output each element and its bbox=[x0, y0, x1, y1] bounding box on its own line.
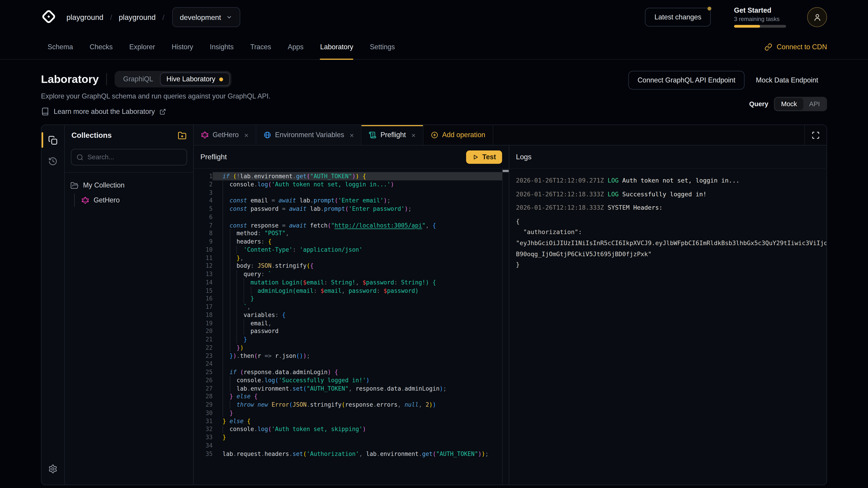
log-level: SYSTEM bbox=[608, 204, 633, 212]
breadcrumb-org[interactable]: playground bbox=[66, 13, 103, 22]
line-content: variables: { bbox=[213, 311, 502, 319]
connect-endpoint-button[interactable]: Connect GraphQL API Endpoint bbox=[628, 71, 745, 90]
history-icon bbox=[48, 156, 58, 166]
line-number: 35 bbox=[194, 450, 213, 458]
latest-changes-button[interactable]: Latest changes bbox=[645, 8, 711, 26]
preflight-pane-title: Preflight bbox=[200, 153, 227, 161]
tab-label: GetHero bbox=[213, 131, 239, 139]
indent-guide bbox=[222, 205, 223, 213]
fullscreen-icon bbox=[811, 131, 820, 139]
line-content: `, bbox=[213, 303, 502, 311]
tab-preflight[interactable]: Preflight× bbox=[362, 125, 423, 145]
line-number: 24 bbox=[194, 360, 213, 368]
connect-cdn-link[interactable]: Connect to CDN bbox=[765, 34, 827, 59]
code-line: 16 } bbox=[194, 294, 508, 302]
fullscreen-button[interactable] bbox=[804, 125, 827, 145]
hive-logo-icon[interactable] bbox=[41, 9, 57, 25]
query-mode-api[interactable]: API bbox=[803, 98, 826, 110]
line-number: 18 bbox=[194, 311, 213, 319]
indent-guide bbox=[229, 254, 230, 262]
indent-guide bbox=[222, 213, 223, 221]
nav-item-explorer[interactable]: Explorer bbox=[129, 34, 155, 59]
code-line: 6 bbox=[194, 213, 508, 221]
target-selector[interactable]: development bbox=[172, 7, 240, 27]
add-operation-button[interactable]: Add operation bbox=[423, 125, 493, 145]
line-content: body: JSON.stringify({ bbox=[213, 262, 502, 270]
test-button[interactable]: Test bbox=[466, 150, 502, 164]
nav-item-laboratory[interactable]: Laboratory bbox=[320, 34, 353, 59]
code-line: 27 lab.environment.set("AUTH_TOKEN", res… bbox=[194, 384, 508, 392]
rail-history-button[interactable] bbox=[41, 151, 64, 171]
nav-item-apps[interactable]: Apps bbox=[288, 34, 304, 59]
log-block-line: B90oqg_IjOmGtjP6CkiV5Jt695jBD0fjzPxk" bbox=[516, 249, 827, 260]
line-content: } bbox=[213, 409, 502, 417]
connect-cdn-label: Connect to CDN bbox=[777, 43, 827, 51]
code-line: 21 } bbox=[194, 335, 508, 344]
line-content bbox=[213, 442, 502, 450]
learn-more-link[interactable]: Learn more about the Laboratory bbox=[41, 107, 270, 116]
nav-item-traces[interactable]: Traces bbox=[250, 34, 271, 59]
close-icon[interactable]: × bbox=[350, 131, 354, 139]
line-number: 21 bbox=[194, 335, 213, 344]
close-icon[interactable]: × bbox=[244, 131, 249, 139]
rail-collections-button[interactable] bbox=[41, 129, 64, 151]
logs-output[interactable]: 2026-01-26T12:12:09.271Z LOG Auth token … bbox=[509, 169, 827, 485]
search-input[interactable] bbox=[88, 153, 182, 161]
nav-item-schema[interactable]: Schema bbox=[48, 34, 73, 59]
rail-settings-button[interactable] bbox=[41, 458, 64, 479]
tab-label: Preflight bbox=[380, 131, 406, 139]
plus-circle-icon bbox=[431, 131, 438, 139]
nav-item-history[interactable]: History bbox=[172, 34, 193, 59]
tab-gethero[interactable]: GetHero× bbox=[194, 125, 256, 145]
line-number: 15 bbox=[194, 286, 213, 294]
target-selector-value: development bbox=[180, 13, 221, 22]
globe-icon bbox=[264, 131, 271, 139]
nav-item-settings[interactable]: Settings bbox=[370, 34, 395, 59]
toggle-option-graphiql[interactable]: GraphiQL bbox=[116, 72, 160, 86]
indent-guide bbox=[222, 221, 223, 229]
line-number: 26 bbox=[194, 376, 213, 384]
editor-scrollbar-track[interactable] bbox=[502, 169, 502, 485]
indent-guide bbox=[229, 262, 230, 270]
line-number: 8 bbox=[194, 229, 213, 237]
query-mode-switch: Mock API bbox=[774, 97, 827, 111]
laboratory-mode-toggle: GraphiQL Hive Laboratory bbox=[115, 71, 231, 87]
toggle-option-hive-laboratory[interactable]: Hive Laboratory bbox=[160, 72, 230, 86]
line-number: 19 bbox=[194, 319, 213, 327]
code-line: 15 adminLogin(email: $email, password: $… bbox=[194, 286, 508, 294]
line-content: }).then(r => r.json()); bbox=[213, 352, 502, 360]
collections-title: Collections bbox=[71, 131, 112, 139]
query-mode-mock[interactable]: Mock bbox=[775, 98, 803, 110]
line-content: }, bbox=[213, 254, 502, 262]
indent-guide bbox=[222, 246, 223, 254]
close-icon[interactable]: × bbox=[411, 131, 416, 139]
add-collection-button[interactable] bbox=[178, 131, 186, 140]
tabbar-spacer bbox=[493, 125, 804, 145]
indent-guide bbox=[229, 270, 230, 278]
operation-item-gethero[interactable]: GetHero bbox=[81, 194, 188, 207]
indent-guide bbox=[250, 286, 251, 294]
tab-environment-variables[interactable]: Environment Variables× bbox=[256, 125, 362, 145]
collection-folder-my-collection[interactable]: My Collection bbox=[70, 179, 188, 191]
preflight-code-editor[interactable]: 1if (!lab.environment.get("AUTH_TOKEN"))… bbox=[194, 169, 508, 485]
folder-open-icon bbox=[70, 181, 79, 190]
editor-content-area: GetHero×Environment Variables×Preflight×… bbox=[194, 125, 827, 485]
log-level: LOG bbox=[608, 177, 622, 184]
indent-guide bbox=[222, 311, 223, 319]
log-entry: 2026-01-26T12:12:18.333Z SYSTEM Headers: bbox=[516, 203, 827, 214]
indent-guide bbox=[222, 278, 223, 286]
indent-guide bbox=[237, 319, 237, 327]
editor-overview-cursor bbox=[503, 170, 509, 172]
get-started-widget[interactable]: Get Started 3 remaining tasks bbox=[734, 6, 786, 28]
line-content: } bbox=[213, 335, 502, 344]
nav-item-checks[interactable]: Checks bbox=[90, 34, 113, 59]
user-avatar[interactable] bbox=[807, 7, 827, 27]
breadcrumb-project[interactable]: playground bbox=[119, 13, 156, 22]
nav-item-insights[interactable]: Insights bbox=[210, 34, 234, 59]
code-line: 2 console.log('Auth token not set, loggi… bbox=[194, 180, 508, 188]
mock-endpoint-button[interactable]: Mock Data Endpoint bbox=[747, 71, 827, 90]
indent-guide bbox=[229, 319, 230, 327]
indent-guide bbox=[222, 262, 223, 270]
line-content: headers: { bbox=[213, 237, 502, 246]
breadcrumb-separator: / bbox=[110, 13, 112, 22]
